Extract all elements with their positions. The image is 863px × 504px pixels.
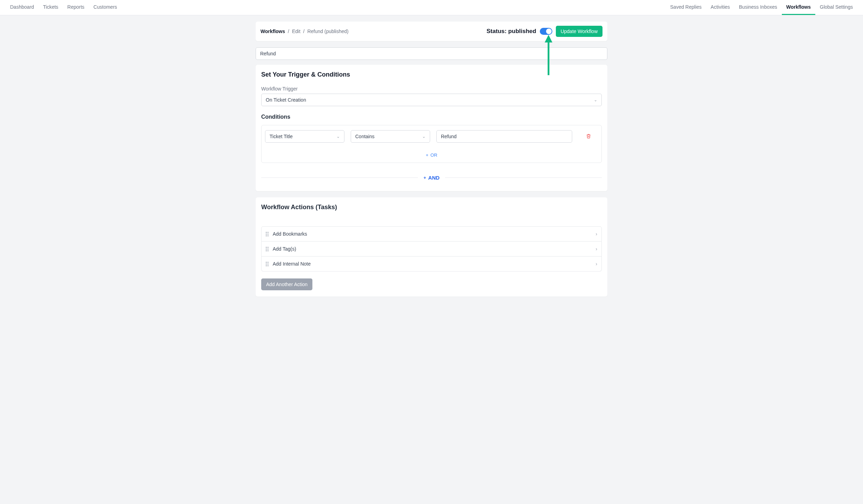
nav-activities[interactable]: Activities	[706, 0, 734, 15]
workflow-name-input[interactable]	[256, 47, 607, 60]
delete-condition-button[interactable]	[586, 134, 591, 140]
nav-saved-replies[interactable]: Saved Replies	[666, 0, 706, 15]
actions-card: Workflow Actions (Tasks) Add Bookmarks ›	[256, 197, 607, 297]
breadcrumb: Workflows / Edit / Refund (published)	[261, 29, 349, 34]
workflow-name-wrap	[256, 47, 607, 65]
actions-title: Workflow Actions (Tasks)	[256, 197, 607, 219]
breadcrumb-sep: /	[303, 29, 305, 34]
condition-operator-select[interactable]: Contains ⌄	[351, 130, 430, 143]
update-workflow-button[interactable]: Update Workflow	[556, 26, 602, 37]
breadcrumb-root[interactable]: Workflows	[261, 29, 285, 34]
publish-toggle[interactable]	[540, 28, 552, 35]
condition-group: Ticket Title ⌄ Contains ⌄	[261, 125, 602, 163]
action-item-label: Add Tag(s)	[273, 246, 296, 252]
chevron-down-icon: ⌄	[336, 134, 340, 139]
trigger-field-label: Workflow Trigger	[261, 86, 602, 92]
condition-field-select[interactable]: Ticket Title ⌄	[265, 130, 344, 143]
drag-handle-icon[interactable]	[266, 247, 269, 251]
trigger-select-value: On Ticket Creation	[266, 97, 306, 103]
triggers-card: Set Your Trigger & Conditions Workflow T…	[256, 65, 607, 191]
condition-operator-value: Contains	[355, 134, 374, 139]
conditions-title: Conditions	[261, 114, 602, 120]
triggers-title: Set Your Trigger & Conditions	[256, 65, 607, 86]
nav-tickets[interactable]: Tickets	[39, 0, 63, 15]
toggle-knob	[546, 29, 552, 34]
action-item-internal-note[interactable]: Add Internal Note ›	[261, 257, 602, 271]
nav-reports[interactable]: Reports	[63, 0, 89, 15]
drag-handle-icon[interactable]	[266, 262, 269, 266]
status-area: Status: published Update Workflow	[487, 26, 602, 37]
add-and-group-button[interactable]: + AND	[261, 175, 602, 181]
add-or-condition-button[interactable]: + OR	[265, 152, 598, 158]
nav-global-settings[interactable]: Global Settings	[815, 0, 857, 15]
chevron-right-icon: ›	[596, 231, 597, 237]
breadcrumb-item: Refund (published)	[307, 29, 348, 34]
condition-field-value: Ticket Title	[270, 134, 293, 139]
top-nav: Dashboard Tickets Reports Customers Save…	[0, 0, 863, 15]
trash-icon	[586, 134, 591, 139]
nav-right-group: Saved Replies Activities Business Inboxe…	[666, 0, 857, 15]
nav-left-group: Dashboard Tickets Reports Customers	[6, 0, 122, 15]
nav-business-inboxes[interactable]: Business Inboxes	[734, 0, 782, 15]
actions-list: Add Bookmarks › Add Tag(s) ›	[256, 219, 607, 278]
or-label: OR	[430, 152, 437, 158]
chevron-down-icon: ⌄	[594, 97, 597, 102]
action-item-label: Add Internal Note	[273, 261, 311, 267]
plus-icon: +	[423, 175, 426, 180]
action-item-bookmarks[interactable]: Add Bookmarks ›	[261, 226, 602, 242]
chevron-down-icon: ⌄	[422, 134, 426, 139]
status-label: Status: published	[487, 28, 536, 35]
add-another-action-button[interactable]: Add Another Action	[261, 278, 312, 290]
action-item-label: Add Bookmarks	[273, 231, 307, 237]
and-label: AND	[428, 175, 440, 181]
trigger-select[interactable]: On Ticket Creation ⌄	[261, 94, 602, 106]
action-item-tags[interactable]: Add Tag(s) ›	[261, 242, 602, 257]
plus-icon: +	[426, 152, 428, 158]
drag-handle-icon[interactable]	[266, 232, 269, 236]
nav-customers[interactable]: Customers	[89, 0, 122, 15]
breadcrumb-edit[interactable]: Edit	[292, 29, 300, 34]
condition-value-input[interactable]	[436, 130, 572, 143]
breadcrumb-sep: /	[288, 29, 289, 34]
nav-workflows[interactable]: Workflows	[782, 0, 816, 15]
condition-row: Ticket Title ⌄ Contains ⌄	[265, 130, 598, 143]
nav-dashboard[interactable]: Dashboard	[6, 0, 39, 15]
header-card: Workflows / Edit / Refund (published) St…	[256, 22, 607, 41]
chevron-right-icon: ›	[596, 246, 597, 252]
chevron-right-icon: ›	[596, 261, 597, 267]
